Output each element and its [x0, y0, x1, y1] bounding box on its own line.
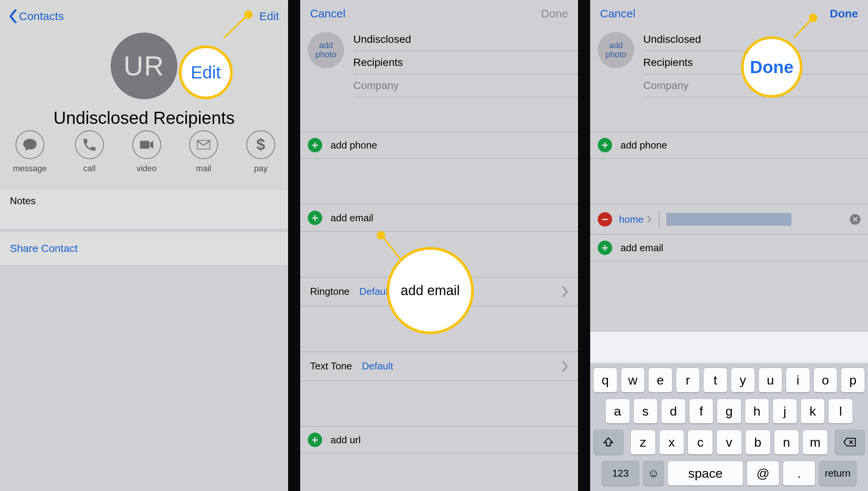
email-type-label: home: [619, 214, 644, 225]
callout-edit: Edit: [191, 62, 221, 83]
key-m[interactable]: m: [802, 430, 828, 455]
add-photo-button[interactable]: add photo: [598, 32, 634, 68]
pay-button[interactable]: $ pay: [246, 130, 275, 174]
contact-view-screen: Contacts Edit UR Undisclosed Recipients …: [0, 0, 288, 491]
add-phone-label: add phone: [331, 139, 377, 151]
key-v[interactable]: v: [716, 430, 742, 455]
clear-icon[interactable]: ✕: [850, 214, 860, 225]
keyboard: qwertyuiop asdfghjkl zxcvbnm 123 ☺ space…: [590, 363, 868, 491]
key-i[interactable]: i: [786, 367, 810, 393]
done-button[interactable]: Done: [541, 7, 568, 20]
add-photo-label: add photo: [308, 41, 344, 59]
space-key[interactable]: space: [667, 461, 743, 486]
plus-icon: +: [598, 241, 612, 255]
key-c[interactable]: c: [688, 430, 713, 455]
return-key[interactable]: return: [819, 461, 857, 486]
nav-bar: Cancel Done: [300, 0, 578, 27]
callout-done: Done: [750, 57, 794, 77]
video-icon: [139, 137, 155, 153]
key-z[interactable]: z: [630, 430, 656, 455]
numbers-key[interactable]: 123: [602, 461, 639, 486]
callout-add-email: add email: [401, 283, 460, 299]
chevron-left-icon: [9, 9, 17, 23]
edit-button[interactable]: Edit: [259, 10, 279, 23]
vertical-divider: [659, 211, 660, 228]
company-field[interactable]: Company: [353, 74, 578, 97]
backspace-icon: [843, 437, 857, 447]
last-name-field[interactable]: Recipients: [353, 51, 578, 74]
dot-key[interactable]: .: [783, 461, 815, 486]
key-s[interactable]: s: [633, 399, 658, 424]
avatar: UR: [111, 33, 177, 99]
email-row[interactable]: − home ✕: [590, 204, 868, 235]
share-label: Share Contact: [10, 242, 78, 254]
action-label: mail: [196, 164, 211, 174]
back-button[interactable]: Contacts: [9, 9, 64, 23]
key-x[interactable]: x: [659, 430, 685, 455]
dollar-icon: $: [256, 136, 265, 154]
add-email-label: add email: [620, 242, 663, 254]
key-a[interactable]: a: [605, 399, 630, 424]
message-button[interactable]: message: [13, 130, 47, 174]
add-url-label: add url: [331, 434, 361, 446]
email-type-picker[interactable]: home: [619, 214, 652, 225]
key-k[interactable]: k: [801, 399, 825, 424]
text-tone-row[interactable]: Text Tone Default: [300, 352, 578, 381]
key-g[interactable]: g: [717, 399, 741, 424]
shift-key[interactable]: [593, 430, 624, 455]
nav-bar: Cancel Done: [590, 0, 868, 27]
email-input-selection[interactable]: [666, 213, 791, 226]
key-r[interactable]: r: [676, 367, 700, 393]
add-email-label: add email: [331, 212, 373, 224]
key-p[interactable]: p: [841, 367, 865, 393]
backspace-key[interactable]: [835, 430, 865, 455]
key-f[interactable]: f: [689, 399, 714, 424]
chevron-right-icon: [647, 215, 652, 224]
shift-icon: [603, 436, 614, 448]
add-photo-button[interactable]: add photo: [308, 32, 344, 68]
avatar-initials: UR: [124, 50, 165, 81]
add-phone-label: add phone: [620, 139, 667, 151]
plus-icon: +: [308, 211, 322, 225]
key-j[interactable]: j: [772, 399, 797, 424]
at-key[interactable]: @: [747, 461, 779, 486]
cancel-button[interactable]: Cancel: [310, 7, 345, 20]
notes-card[interactable]: Notes: [0, 189, 288, 229]
emoji-key[interactable]: ☺: [643, 461, 664, 486]
plus-icon: +: [598, 138, 612, 152]
done-button[interactable]: Done: [830, 7, 858, 20]
key-n[interactable]: n: [774, 430, 799, 455]
contact-name: Undisclosed Recipients: [0, 108, 288, 128]
edit-contact-screen: Cancel Done add photo Undisclosed Recipi…: [300, 0, 578, 491]
video-button[interactable]: video: [132, 130, 161, 174]
call-button[interactable]: call: [75, 130, 104, 174]
first-name-field[interactable]: Undisclosed: [353, 28, 578, 51]
add-url-row[interactable]: + add url: [300, 427, 578, 453]
mail-button[interactable]: mail: [189, 130, 218, 174]
share-contact-row[interactable]: Share Contact: [0, 231, 288, 266]
edit-contact-keyboard-screen: Cancel Done add photo Undisclosed Recipi…: [590, 0, 868, 491]
add-phone-row[interactable]: + add phone: [300, 132, 578, 159]
key-w[interactable]: w: [621, 367, 645, 393]
add-phone-row[interactable]: + add phone: [590, 132, 868, 159]
cancel-button[interactable]: Cancel: [600, 7, 635, 20]
phone-icon: [81, 137, 97, 153]
key-t[interactable]: t: [703, 367, 727, 393]
action-label: call: [83, 164, 96, 174]
key-e[interactable]: e: [648, 367, 672, 393]
key-d[interactable]: d: [661, 399, 686, 424]
add-photo-label: add photo: [598, 41, 634, 59]
add-email-row[interactable]: + add email: [590, 235, 868, 261]
texttone-value: Default: [362, 360, 561, 372]
key-o[interactable]: o: [813, 367, 838, 393]
key-h[interactable]: h: [745, 399, 769, 424]
minus-icon[interactable]: −: [598, 212, 612, 227]
key-u[interactable]: u: [758, 367, 783, 393]
key-y[interactable]: y: [731, 367, 755, 393]
key-b[interactable]: b: [745, 430, 771, 455]
key-l[interactable]: l: [828, 399, 853, 424]
chevron-right-icon: [561, 286, 568, 297]
key-q[interactable]: q: [593, 367, 617, 393]
contact-hero: UR Undisclosed Recipients message call v…: [0, 33, 288, 189]
add-email-row[interactable]: + add email: [300, 205, 578, 231]
